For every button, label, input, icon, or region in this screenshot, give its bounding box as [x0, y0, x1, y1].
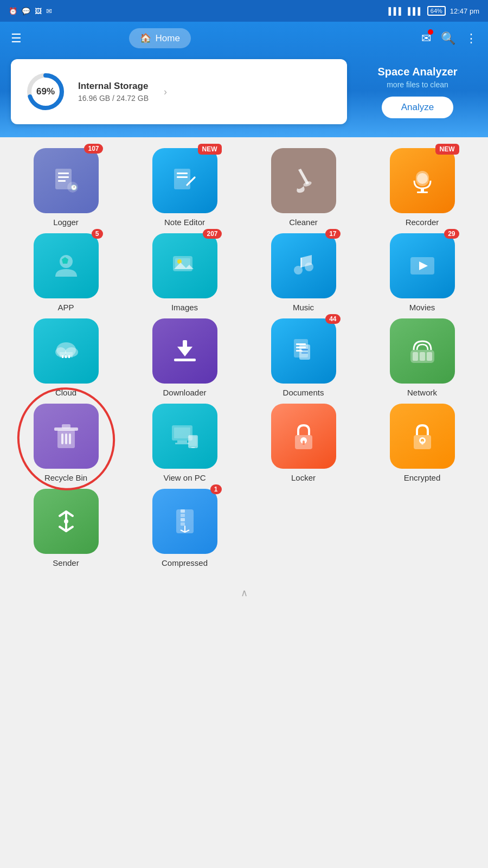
svg-rect-35 — [183, 340, 187, 350]
app-label-recyclebin: Recycle Bin — [44, 473, 87, 482]
app-label-cloud: Cloud — [55, 388, 76, 397]
app-item-recyclebin[interactable]: Recycle Bin — [9, 404, 123, 482]
svg-rect-52 — [65, 433, 67, 444]
app-item-documents[interactable]: 44Documents — [246, 318, 361, 397]
storage-chevron: › — [164, 86, 167, 98]
app-icon-locker — [271, 404, 336, 469]
analyze-button[interactable]: Analyze — [382, 97, 453, 118]
svg-rect-16 — [421, 188, 424, 192]
app-label-encrypted: Encrypted — [404, 473, 441, 482]
more-options-icon[interactable]: ⋮ — [465, 31, 477, 46]
app-label-recorder: Recorder — [406, 218, 439, 227]
svg-rect-5 — [58, 180, 66, 182]
app-item-viewonpc[interactable]: View on PC — [127, 404, 242, 482]
svg-rect-70 — [181, 509, 185, 513]
header-top: ☰ 🏠 Home ✉ 🔍 ⋮ — [11, 28, 477, 48]
space-analyzer: Space Analyzer more files to clean Analy… — [358, 66, 477, 118]
svg-rect-56 — [177, 441, 187, 443]
svg-text:🕐: 🕐 — [70, 184, 78, 191]
svg-rect-45 — [413, 352, 418, 361]
alarm-icon: ⏰ — [9, 7, 17, 15]
app-label-documents: Documents — [283, 388, 324, 397]
svg-rect-60 — [191, 447, 195, 448]
app-item-movies[interactable]: 29Movies — [365, 233, 479, 312]
app-label-sender: Sender — [53, 558, 79, 567]
app-label-cleaner: Cleaner — [289, 218, 318, 227]
badge-images: 207 — [203, 229, 221, 239]
svg-rect-4 — [58, 176, 69, 178]
svg-rect-24 — [300, 258, 302, 267]
app-icon-recorder: NEW — [390, 148, 455, 213]
app-icon-compressed: 1 — [152, 489, 217, 554]
signal2-icon: ▌▌▌ — [408, 7, 423, 15]
app-icon-cleaner — [271, 148, 336, 213]
mail-icon-wrap[interactable]: ✉ — [421, 31, 431, 46]
badge-noteeditor: NEW — [198, 144, 222, 155]
svg-rect-72 — [181, 518, 185, 521]
app-item-downloader[interactable]: Downloader — [127, 318, 242, 397]
app-icon-downloader — [152, 318, 217, 384]
svg-rect-32 — [65, 355, 67, 358]
app-label-movies: Movies — [409, 303, 435, 312]
svg-rect-59 — [189, 436, 197, 446]
app-item-recorder[interactable]: NEWRecorder — [365, 148, 479, 227]
storage-title: Internal Storage — [78, 81, 149, 92]
badge-app: 5 — [92, 229, 103, 239]
storage-section: 69% Internal Storage 16.96 GB / 24.72 GB… — [11, 59, 477, 124]
app-icon-network — [390, 318, 455, 384]
svg-rect-53 — [69, 433, 71, 444]
app-label-noteeditor: Note Editor — [164, 218, 205, 227]
home-label: Home — [156, 33, 180, 44]
app-label-network: Network — [407, 388, 437, 397]
app-item-images[interactable]: 207Images — [127, 233, 242, 312]
app-item-cloud[interactable]: Cloud — [9, 318, 123, 397]
svg-rect-47 — [427, 352, 432, 361]
storage-card[interactable]: 69% Internal Storage 16.96 GB / 24.72 GB… — [11, 59, 347, 124]
scroll-indicator: ∧ — [241, 587, 248, 599]
search-icon[interactable]: 🔍 — [441, 31, 455, 46]
app-icon-music: 17 — [271, 233, 336, 298]
svg-rect-71 — [181, 514, 185, 517]
app-item-locker[interactable]: Locker — [246, 404, 361, 482]
app-item-app[interactable]: 5APP — [9, 233, 123, 312]
app-item-compressed[interactable]: 1Compressed — [127, 489, 242, 567]
badge-compressed: 1 — [210, 484, 222, 494]
signal-icon: ▌▌▌ — [388, 7, 403, 15]
space-analyzer-subtitle: more files to clean — [358, 80, 477, 89]
app-item-encrypted[interactable]: Encrypted — [365, 404, 479, 482]
svg-rect-73 — [181, 522, 185, 526]
svg-rect-63 — [303, 441, 305, 445]
app-item-noteeditor[interactable]: NEWNote Editor — [127, 148, 242, 227]
image-icon: 🖼 — [35, 7, 42, 15]
hamburger-menu[interactable]: ☰ — [11, 31, 22, 46]
app-item-cleaner[interactable]: Cleaner — [246, 148, 361, 227]
app-label-music: Music — [293, 303, 314, 312]
badge-music: 17 — [325, 229, 340, 239]
app-label-locker: Locker — [291, 473, 316, 482]
app-item-logger[interactable]: 🕐107Logger — [9, 148, 123, 227]
app-label-logger: Logger — [53, 218, 79, 227]
battery-indicator: 64% — [427, 6, 446, 16]
status-right: ▌▌▌ ▌▌▌ 64% 12:47 pm — [388, 6, 479, 16]
home-icon: 🏠 — [140, 33, 151, 44]
svg-rect-17 — [417, 192, 428, 193]
svg-rect-36 — [174, 359, 196, 361]
app-item-network[interactable]: Network — [365, 318, 479, 397]
app-item-sender[interactable]: Sender — [9, 489, 123, 567]
app-icon-sender — [34, 489, 99, 554]
status-icons: ⏰ 💬 🖼 ✉ — [9, 7, 52, 15]
clock: 12:47 pm — [450, 7, 479, 15]
storage-size: 16.96 GB / 24.72 GB — [78, 94, 149, 103]
svg-rect-57 — [175, 443, 189, 444]
home-button[interactable]: 🏠 Home — [129, 28, 191, 48]
header: ☰ 🏠 Home ✉ 🔍 ⋮ 69% Internal S — [0, 22, 488, 137]
svg-rect-10 — [177, 176, 188, 178]
svg-rect-46 — [420, 352, 425, 361]
svg-point-23 — [305, 263, 313, 271]
app-label-viewonpc: View on PC — [163, 473, 206, 482]
app-item-music[interactable]: 17Music — [246, 233, 361, 312]
app-icon-movies: 29 — [390, 233, 455, 298]
badge-recorder: NEW — [435, 144, 459, 155]
app-label-downloader: Downloader — [163, 388, 206, 397]
header-action-icons: ✉ 🔍 ⋮ — [421, 31, 477, 46]
